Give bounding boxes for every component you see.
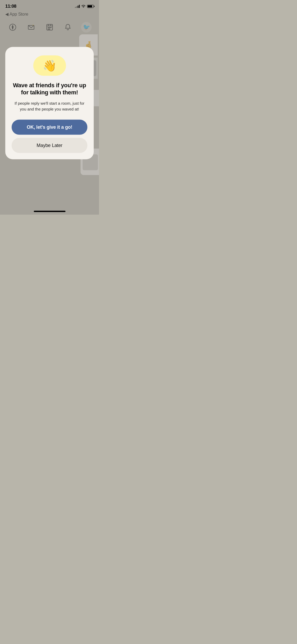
battery-icon — [87, 5, 94, 8]
modal-emoji-pill: 👋 — [33, 55, 66, 76]
modal-title: Wave at friends if you're up for talking… — [12, 81, 87, 96]
modal-dialog: 👋 Wave at friends if you're up for talki… — [5, 47, 94, 159]
wifi-icon — [81, 5, 86, 8]
status-time: 11:08 — [5, 4, 16, 9]
home-indicator — [34, 211, 65, 212]
signal-icon — [75, 5, 80, 8]
ok-button[interactable]: OK, let's give it a go! — [12, 119, 87, 135]
status-bar: 11:08 — [0, 0, 99, 11]
status-icons — [75, 5, 94, 8]
modal-subtitle: If people reply we'll start a room, just… — [12, 100, 87, 112]
maybe-later-button[interactable]: Maybe Later — [12, 138, 87, 153]
wave-emoji: 👋 — [43, 59, 56, 72]
